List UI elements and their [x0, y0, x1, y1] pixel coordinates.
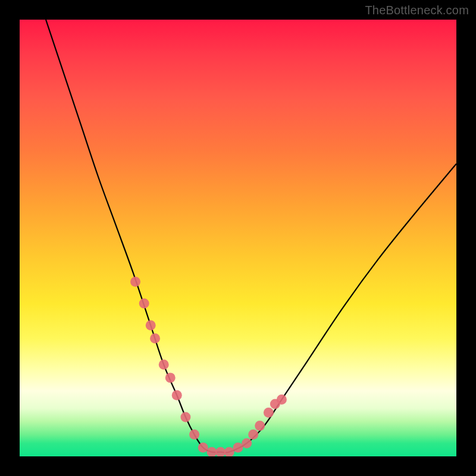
svg-point-5 [165, 372, 176, 383]
svg-point-12 [224, 447, 234, 456]
svg-point-19 [277, 394, 287, 405]
svg-point-16 [255, 421, 265, 431]
svg-point-0 [130, 277, 140, 287]
svg-point-4 [159, 359, 169, 369]
curve-layer [20, 20, 456, 456]
attribution-text: TheBottleneck.com [365, 4, 469, 17]
bottleneck-curve [46, 20, 456, 453]
svg-point-14 [242, 438, 252, 448]
svg-point-3 [150, 333, 160, 343]
svg-point-9 [198, 443, 208, 453]
svg-point-11 [215, 447, 226, 456]
svg-point-13 [233, 443, 243, 453]
svg-point-2 [146, 320, 156, 330]
highlight-points [130, 277, 287, 456]
svg-point-10 [206, 447, 217, 456]
svg-point-8 [189, 430, 199, 440]
chart-frame: TheBottleneck.com [0, 0, 476, 476]
svg-point-6 [172, 390, 182, 400]
svg-point-1 [139, 299, 149, 309]
svg-point-17 [264, 408, 274, 418]
plot-area [20, 20, 456, 456]
svg-point-15 [248, 430, 258, 440]
svg-point-7 [180, 412, 190, 422]
